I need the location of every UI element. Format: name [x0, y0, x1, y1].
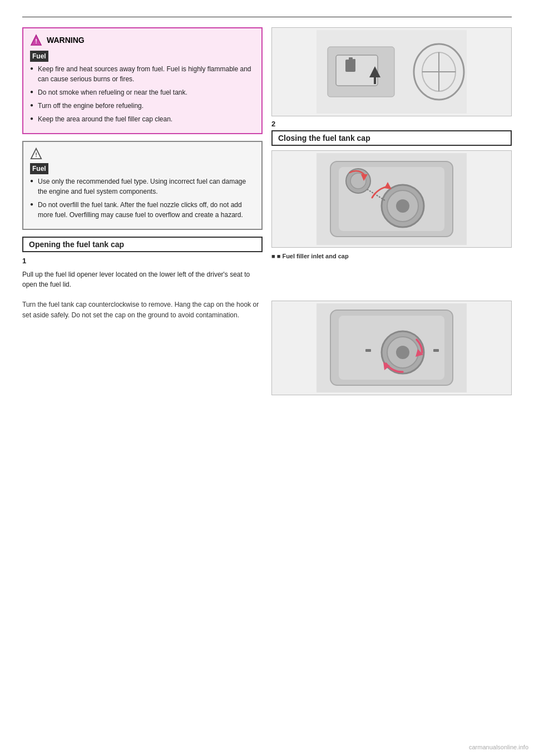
- caution-header: !: [30, 148, 255, 160]
- warning-section-label: Fuel: [30, 51, 48, 62]
- fuelcap-close-svg: [317, 303, 467, 392]
- warning-header: ! WARNING: [30, 34, 255, 46]
- step-1-text: Pull up the fuel lid opener lever locate…: [22, 269, 263, 289]
- step-1-num: 1: [22, 257, 263, 265]
- svg-rect-35: [365, 349, 371, 352]
- bottom-right: [271, 295, 512, 395]
- dashboard-svg: [317, 30, 467, 114]
- svg-point-32: [396, 346, 409, 359]
- left-column: ! WARNING Fuel Keep fire and heat source…: [22, 27, 263, 289]
- caution-triangle-icon: !: [30, 148, 42, 160]
- warning-item-4: Keep the area around the fuel filler cap…: [30, 114, 255, 124]
- warning-list: Keep fire and heat sources away from fue…: [30, 64, 255, 124]
- warning-item-1: Keep fire and heat sources away from fue…: [30, 64, 255, 84]
- svg-rect-36: [433, 349, 439, 352]
- fuelcap-caption: ■ ■ Fuel filler inlet and cap: [271, 253, 512, 259]
- page-container: ! WARNING Fuel Keep fire and heat source…: [22, 17, 512, 395]
- right-column: 2 Closing the fuel tank cap: [271, 27, 512, 289]
- fuelcap-image: [271, 150, 512, 248]
- svg-text:!: !: [35, 38, 37, 45]
- caution-section-label: Fuel: [30, 163, 48, 174]
- warning-box: ! WARNING Fuel Keep fire and heat source…: [22, 27, 263, 134]
- main-grid: ! WARNING Fuel Keep fire and heat source…: [22, 27, 512, 289]
- bottom-step-text: Turn the fuel tank cap counterclockwise …: [22, 300, 263, 321]
- warning-title: WARNING: [47, 36, 85, 45]
- svg-point-21: [396, 199, 409, 213]
- warning-item-2: Do not smoke when refueling or near the …: [30, 87, 255, 97]
- bottom-left: Turn the fuel tank cap counterclockwise …: [22, 295, 263, 395]
- top-rule: [22, 17, 512, 17]
- svg-rect-15: [374, 77, 376, 84]
- svg-rect-10: [336, 55, 378, 86]
- fuelcap-close-image: [271, 301, 512, 395]
- svg-rect-12: [349, 57, 353, 62]
- fuelcap-svg: [317, 153, 467, 245]
- warning-item-3: Turn off the engine before refueling.: [30, 101, 255, 111]
- svg-text:!: !: [35, 151, 37, 158]
- watermark: carmanualsonline.info: [469, 744, 528, 750]
- caution-box: ! Fuel Use only the recommended fuel typ…: [22, 141, 263, 230]
- warning-triangle-icon: !: [30, 34, 42, 46]
- fuelcap-caption-icon: ■: [271, 253, 275, 259]
- bottom-section: Turn the fuel tank cap counterclockwise …: [22, 295, 512, 395]
- warning-body: Fuel Keep fire and heat sources away fro…: [30, 51, 255, 124]
- dashboard-image: [271, 27, 512, 116]
- caution-item-1: Use only the recommended fuel type. Usin…: [30, 176, 255, 197]
- caution-list: Use only the recommended fuel type. Usin…: [30, 176, 255, 220]
- svg-rect-13: [353, 59, 355, 66]
- opening-fuel-cap-label: Opening the fuel tank cap: [22, 237, 263, 252]
- closing-fuel-cap-label: Closing the fuel tank cap: [271, 130, 512, 146]
- caution-body: Fuel Use only the recommended fuel type.…: [30, 163, 255, 220]
- caution-item-2: Do not overfill the fuel tank. After the…: [30, 200, 255, 220]
- step-2-num: 2: [271, 120, 512, 128]
